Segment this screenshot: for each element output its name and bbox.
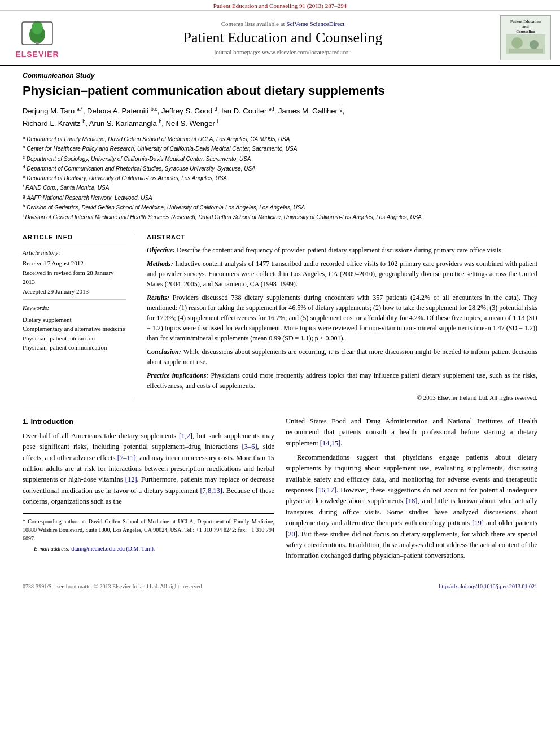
conclusion-text: While discussions about supplements are …: [147, 348, 537, 366]
results-text: Providers discussed 738 dietary suppleme…: [147, 294, 537, 342]
svg-point-7: [530, 40, 539, 49]
ref-16-17[interactable]: [16,17]: [316, 486, 336, 494]
conclusion-label: Conclusion:: [147, 348, 181, 356]
received-date: Received 7 August 2012: [23, 259, 126, 268]
affil-i: i Division of General Internal Medicine …: [23, 212, 537, 221]
doi-link[interactable]: http://dx.doi.org/10.1016/j.pec.2013.01.…: [439, 583, 537, 589]
sciverse-anchor[interactable]: SciVerse ScienceDirect: [286, 20, 344, 27]
cover-inner: Patient EducationandCounseling: [504, 17, 548, 59]
elsevier-wordmark: ELSEVIER: [15, 50, 59, 59]
abstract-heading: ABSTRACT: [147, 234, 537, 241]
keyword-4: Physician–patient communication: [23, 343, 126, 352]
svg-point-2: [32, 21, 43, 34]
journal-center-info: Contents lists available at SciVerse Sci…: [65, 20, 500, 55]
cover-title-text: Patient EducationandCounseling: [506, 19, 545, 34]
keyword-1: Dietary supplement: [23, 315, 126, 325]
affil-d: d Department of Communication and Rhetor…: [23, 164, 537, 173]
journal-title: Patient Education and Counseling: [71, 29, 495, 46]
info-divider-2: [23, 299, 126, 300]
journal-homepage: journal homepage: www.elsevier.com/locat…: [71, 49, 495, 55]
sciverse-link[interactable]: Contents lists available at SciVerse Sci…: [71, 20, 495, 27]
corresponding-footnote: * Corresponding author at: David Geffen …: [23, 517, 274, 543]
revised-date: Received in revised form 28 January 2013: [23, 268, 126, 287]
affil-e: e Department of Dentistry, University of…: [23, 173, 537, 182]
results-label: Results:: [147, 294, 169, 302]
intro-heading: 1. Introduction: [23, 416, 274, 427]
article-title: Physician–patient communication about di…: [23, 83, 537, 99]
affil-c: c Department of Sociology, University of…: [23, 154, 537, 163]
ref-20[interactable]: [20]: [286, 530, 298, 538]
history-label: Article history:: [23, 248, 126, 257]
objective-label: Objective:: [147, 246, 175, 254]
issn-text: 0738-3991/$ – see front matter © 2013 El…: [23, 583, 203, 589]
ref-1-2[interactable]: [1,2]: [179, 432, 193, 440]
accepted-date: Accepted 29 January 2013: [23, 287, 126, 296]
abstract-methods: Methods: Inductive content analysis of 1…: [147, 259, 537, 289]
bottom-bar: 0738-3991/$ – see front matter © 2013 El…: [0, 581, 560, 592]
ref-19[interactable]: [19]: [472, 519, 484, 527]
abstract-objective: Objective: Describe the content and freq…: [147, 245, 537, 255]
methods-text: Inductive content analysis of 1477 trans…: [147, 260, 537, 288]
ref-18[interactable]: [18]: [406, 497, 418, 505]
citation-text: Patient Education and Counseling 91 (201…: [213, 2, 347, 9]
affil-f: f RAND Corp., Santa Monica, USA: [23, 183, 537, 192]
svg-point-6: [511, 37, 523, 49]
main-content: Communication Study Physician–patient co…: [0, 66, 560, 576]
abstract-conclusion: Conclusion: While discussions about supp…: [147, 347, 537, 367]
elsevier-logo-area: ELSEVIER: [9, 18, 65, 59]
abstract-practice: Practice implications: Physicians could …: [147, 370, 537, 391]
ref-7-11[interactable]: [7–11]: [117, 454, 136, 462]
keyword-3: Physician–patient interaction: [23, 334, 126, 343]
affil-g: g AAFP National Research Network, Leawoo…: [23, 193, 537, 202]
affiliations-block: a Department of Family Medicine, David G…: [23, 134, 537, 222]
body-right-col: United States Food and Drug Administrati…: [286, 416, 537, 565]
journal-header: ELSEVIER Contents lists available at Sci…: [0, 11, 560, 66]
author-derjung: Derjung M. Tarn a,*, Debora A. Paterniti…: [23, 107, 344, 115]
article-type: Communication Study: [23, 72, 537, 80]
article-info-panel: ARTICLE INFO Article history: Received 7…: [23, 234, 135, 401]
article-info-heading: ARTICLE INFO: [23, 234, 126, 241]
author-richard: Richard L. Kravitz b, Arun S. Karlamangl…: [23, 119, 218, 128]
intro-para-1: Over half of all Americans take dietary …: [23, 431, 274, 508]
affil-a: a Department of Family Medicine, David G…: [23, 134, 537, 143]
ref-3-6[interactable]: [3–6]: [242, 443, 257, 451]
elsevier-logo: ELSEVIER: [9, 18, 65, 59]
abstract-results: Results: Providers discussed 738 dietary…: [147, 292, 537, 343]
intro-para-2: United States Food and Drug Administrati…: [286, 416, 537, 449]
ref-7-8-13[interactable]: [7,8,13]: [200, 487, 222, 495]
footnote-area: * Corresponding author at: David Geffen …: [23, 513, 274, 553]
methods-label: Methods:: [147, 260, 173, 268]
ref-12[interactable]: [12]: [125, 475, 137, 483]
journal-citation: Patient Education and Counseling 91 (201…: [0, 0, 560, 11]
practice-label: Practice implications:: [147, 372, 208, 379]
info-abstract-columns: ARTICLE INFO Article history: Received 7…: [23, 234, 537, 401]
homepage-text: journal homepage: www.elsevier.com/locat…: [214, 49, 352, 55]
affil-b: b Center for Healthcare Policy and Resea…: [23, 144, 537, 153]
authors-line: Derjung M. Tarn a,*, Debora A. Paterniti…: [23, 105, 537, 130]
info-divider-1: [23, 244, 126, 244]
ref-14-15[interactable]: [14,15]: [320, 439, 340, 447]
email-label: E-mail address:: [34, 545, 70, 552]
abstract-panel: ABSTRACT Objective: Describe the content…: [147, 234, 537, 401]
section-divider: [23, 407, 537, 407]
journal-cover-image: Patient EducationandCounseling: [500, 15, 551, 60]
email-footnote: E-mail address: dtam@mednet.ucla.edu (D.…: [23, 544, 274, 553]
keyword-2: Complementary and alternative medicine: [23, 324, 126, 334]
elsevier-tree-icon: [18, 18, 57, 49]
thick-divider: [23, 228, 537, 228]
keywords-label: Keywords:: [23, 303, 126, 313]
copyright-text: © 2013 Elsevier Ireland Ltd. All rights …: [147, 394, 537, 401]
body-left-col: 1. Introduction Over half of all America…: [23, 416, 274, 565]
svg-rect-8: [509, 49, 542, 53]
affil-h: h Division of Geriatrics, David Geffen S…: [23, 203, 537, 212]
email-link[interactable]: dtam@mednet.ucla.edu (D.M. Tarn).: [71, 545, 155, 552]
keywords-list: Dietary supplement Complementary and alt…: [23, 315, 126, 352]
objective-text: Describe the content and frequency of pr…: [177, 246, 503, 254]
body-section: 1. Introduction Over half of all America…: [23, 416, 537, 565]
intro-para-3: Recommendations suggest that physicians …: [286, 452, 537, 562]
cover-image-graphic: [506, 34, 545, 54]
sciverse-prefix: Contents lists available at: [221, 20, 285, 27]
